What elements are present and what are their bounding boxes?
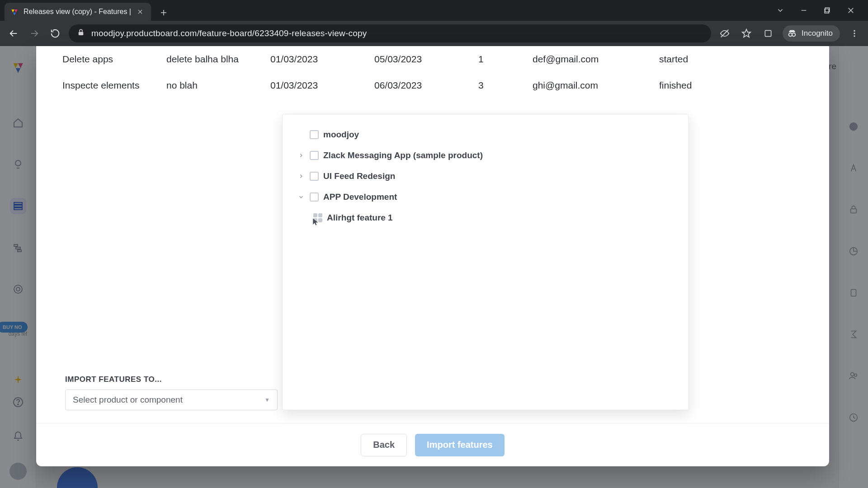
table-row[interactable]: Inspecte elements no blah 01/03/2023 06/… [62,72,803,99]
url-text: moodjoy.productboard.com/feature-board/6… [91,28,367,38]
reload-button[interactable] [48,26,62,41]
folder-icon [310,151,319,160]
tree-leaf-feature[interactable]: Alirhgt feature 1 [291,207,680,228]
address-bar[interactable]: moodjoy.productboard.com/feature-board/6… [69,24,711,42]
incognito-label: Incognito [802,29,833,38]
cell-email: def@gmail.com [533,54,659,65]
cell-name: Delete apps [62,54,166,65]
browser-tab[interactable]: Releases view (copy) - Features | [5,3,151,21]
back-button[interactable]: Back [361,434,407,456]
bookmark-star-icon[interactable] [739,26,754,41]
window-minimize-icon[interactable] [797,4,810,17]
svg-point-22 [854,35,855,37]
eye-off-icon[interactable] [717,26,732,41]
chevron-right-icon[interactable] [297,173,305,179]
new-tab-button[interactable] [156,5,172,21]
cell-name: Inspecte elements [62,80,166,91]
import-features-modal: Delete apps delete balha blha 01/03/2023… [36,46,829,466]
tree-item-zlack[interactable]: Zlack Messaging App (sample product) [291,145,680,166]
cell-start: 01/03/2023 [270,54,374,65]
kebab-menu-icon[interactable] [847,26,862,41]
cell-num: 1 [478,54,533,65]
cell-status: finished [659,80,803,91]
window-close-icon[interactable] [844,4,857,17]
caret-down-icon: ▼ [264,397,270,403]
svg-point-21 [854,33,855,34]
svg-rect-14 [79,32,84,36]
svg-point-20 [854,30,855,32]
tab-search-icon[interactable] [774,4,787,17]
forward-button [27,26,42,41]
back-button[interactable] [6,26,21,41]
import-features-button[interactable]: Import features [415,434,505,456]
select-placeholder: Select product or component [73,395,183,405]
cell-status: started [659,54,803,65]
folder-icon [310,192,319,202]
folder-icon [310,172,319,181]
svg-point-19 [792,33,795,36]
cell-email: ghi@gmail.com [533,80,659,91]
folder-icon [310,130,319,139]
product-tree-popover: moodjoy Zlack Messaging App (sample prod… [282,114,689,410]
tab-close-icon[interactable] [136,7,145,16]
component-grid-icon [313,213,322,222]
product-select[interactable]: Select product or component ▼ [65,389,278,410]
chevron-right-icon[interactable] [297,152,305,159]
lock-icon [77,28,85,38]
cell-start: 01/03/2023 [270,80,374,91]
table-row[interactable]: Delete apps delete balha blha 01/03/2023… [62,46,803,72]
cell-num: 3 [478,80,533,91]
incognito-indicator[interactable]: Incognito [783,25,840,42]
svg-marker-7 [13,13,16,16]
chevron-down-icon[interactable] [297,194,305,200]
cell-end: 05/03/2023 [374,54,478,65]
cell-end: 06/03/2023 [374,80,478,91]
svg-point-18 [789,33,792,36]
svg-rect-17 [765,30,771,36]
svg-marker-16 [742,29,750,37]
tab-title: Releases view (copy) - Features | [24,8,131,16]
cell-desc: no blah [166,80,270,91]
extensions-icon[interactable] [761,26,775,41]
productboard-favicon-icon [10,7,19,16]
import-to-label: IMPORT FEATURES TO... [65,375,162,384]
incognito-mask-icon [787,28,797,38]
tree-item-ui-redesign[interactable]: UI Feed Redesign [291,166,680,187]
tree-item-moodjoy[interactable]: moodjoy [291,124,680,145]
cell-desc: delete balha blha [166,54,270,65]
svg-marker-5 [11,9,14,13]
svg-marker-6 [14,9,18,13]
tree-item-app-development[interactable]: APP Development [291,187,680,207]
window-maximize-icon[interactable] [821,4,834,17]
